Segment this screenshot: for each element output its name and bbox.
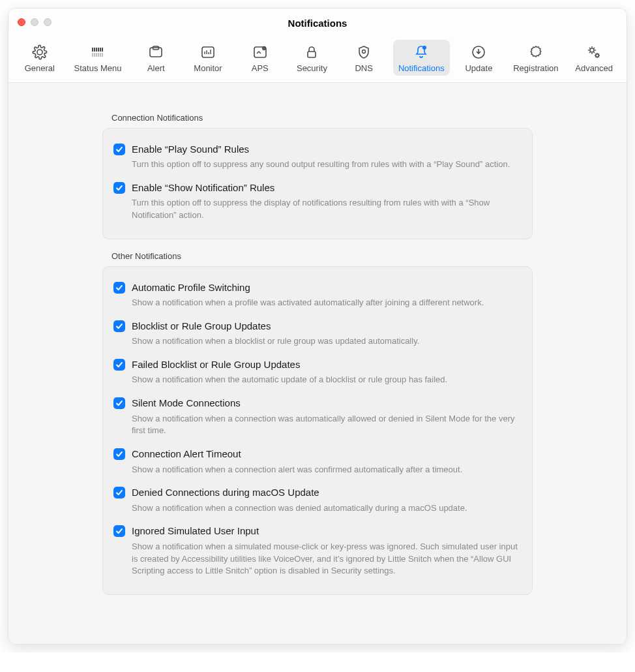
tab-monitor[interactable]: Monitor <box>185 40 231 76</box>
option-row: Blocklist or Rule Group UpdatesShow a no… <box>113 314 519 353</box>
tab-label: Alert <box>147 63 165 73</box>
tab-status-menu[interactable]: Status Menu <box>69 40 127 76</box>
minimize-button[interactable] <box>31 18 38 26</box>
tab-label: DNS <box>355 63 372 73</box>
tab-label: Monitor <box>194 63 222 73</box>
tab-update[interactable]: Update <box>456 40 501 76</box>
checkbox[interactable] <box>113 282 125 294</box>
option-row: Ignored Simulated User InputShow a notif… <box>113 519 519 583</box>
option-description: Show a notification when a connection wa… <box>132 413 519 438</box>
toolbar: GeneralStatus MenuAlertMonitorAPSSecurit… <box>8 37 627 83</box>
window-title: Notifications <box>288 18 347 29</box>
aps-icon <box>251 44 269 61</box>
option-text: Blocklist or Rule Group UpdatesShow a no… <box>132 320 519 348</box>
checkbox[interactable] <box>113 182 125 194</box>
alert-window-icon <box>147 44 165 61</box>
option-description: Turn this option off to suppress any sou… <box>132 159 519 171</box>
tab-label: APS <box>252 63 269 73</box>
titlebar: Notifications <box>8 8 627 37</box>
content: Connection NotificationsEnable “Play Sou… <box>102 113 533 595</box>
option-text: Failed Blocklist or Rule Group UpdatesSh… <box>132 358 519 386</box>
tab-dns[interactable]: DNS <box>341 40 387 76</box>
checkbox[interactable] <box>113 320 125 332</box>
option-title: Connection Alert Timeout <box>132 448 519 461</box>
option-text: Silent Mode ConnectionsShow a notificati… <box>132 397 519 437</box>
option-text: Connection Alert TimeoutShow a notificat… <box>132 448 519 476</box>
option-title: Silent Mode Connections <box>132 397 519 410</box>
option-title: Enable “Show Notification” Rules <box>132 181 519 194</box>
option-title: Enable “Play Sound” Rules <box>132 143 519 156</box>
checkbox[interactable] <box>113 487 125 498</box>
option-row: Silent Mode ConnectionsShow a notificati… <box>113 391 519 442</box>
gear-icon <box>31 44 49 61</box>
body: Connection NotificationsEnable “Play Sou… <box>8 83 627 644</box>
tab-notifications[interactable]: Notifications <box>393 40 450 76</box>
close-button[interactable] <box>18 18 25 26</box>
option-row: Failed Blocklist or Rule Group UpdatesSh… <box>113 353 519 391</box>
tab-registration[interactable]: Registration <box>508 40 563 76</box>
section-card: Automatic Profile SwitchingShow a notifi… <box>102 266 533 595</box>
tab-security[interactable]: Security <box>289 40 334 76</box>
tab-label: Registration <box>513 63 558 73</box>
tab-general[interactable]: General <box>17 40 63 76</box>
tab-label: Notifications <box>398 63 445 73</box>
checkbox[interactable] <box>113 359 125 371</box>
gears-icon <box>585 44 603 61</box>
option-row: Denied Connections during macOS UpdateSh… <box>113 481 519 519</box>
monitor-icon <box>199 44 217 61</box>
shield-icon <box>355 44 373 61</box>
checkbox[interactable] <box>113 144 125 155</box>
option-description: Show a notification when a profile was a… <box>132 297 519 309</box>
tab-label: Advanced <box>575 63 613 73</box>
section-label: Other Notifications <box>111 251 533 261</box>
tab-label: Status Menu <box>74 63 122 73</box>
bell-icon <box>412 44 430 61</box>
traffic-lights <box>18 18 52 26</box>
tab-label: Update <box>465 63 492 73</box>
option-description: Show a notification when the automatic u… <box>132 374 519 386</box>
option-title: Failed Blocklist or Rule Group Updates <box>132 358 519 371</box>
download-icon <box>469 44 488 61</box>
tab-advanced[interactable]: Advanced <box>570 40 618 76</box>
tab-alert[interactable]: Alert <box>133 40 179 76</box>
bars-icon <box>89 44 107 61</box>
tab-aps[interactable]: APS <box>237 40 283 76</box>
option-title: Automatic Profile Switching <box>132 281 519 294</box>
option-description: Show a notification when a connection wa… <box>132 502 519 515</box>
option-text: Enable “Play Sound” RulesTurn this optio… <box>132 143 519 171</box>
option-title: Blocklist or Rule Group Updates <box>132 320 519 333</box>
option-text: Automatic Profile SwitchingShow a notifi… <box>132 281 519 309</box>
option-text: Enable “Show Notification” RulesTurn thi… <box>132 181 519 222</box>
option-description: Show a notification when a connection al… <box>132 464 519 476</box>
tab-label: Security <box>297 63 327 73</box>
option-text: Ignored Simulated User InputShow a notif… <box>132 525 519 577</box>
option-title: Ignored Simulated User Input <box>132 525 519 538</box>
option-description: Show a notification when a blocklist or … <box>132 335 519 348</box>
zoom-button[interactable] <box>44 18 52 26</box>
lock-icon <box>303 44 321 61</box>
section-label: Connection Notifications <box>111 113 533 123</box>
option-description: Show a notification when a simulated mou… <box>132 541 519 578</box>
tab-label: General <box>25 63 55 73</box>
preferences-window: Notifications GeneralStatus MenuAlertMon… <box>8 8 627 645</box>
option-row: Enable “Play Sound” RulesTurn this optio… <box>113 138 519 176</box>
checkbox[interactable] <box>113 448 125 460</box>
section-card: Enable “Play Sound” RulesTurn this optio… <box>102 128 533 239</box>
option-row: Enable “Show Notification” RulesTurn thi… <box>113 176 519 227</box>
option-text: Denied Connections during macOS UpdateSh… <box>132 486 519 514</box>
badge-icon <box>527 44 545 61</box>
option-row: Connection Alert TimeoutShow a notificat… <box>113 442 519 481</box>
option-row: Automatic Profile SwitchingShow a notifi… <box>113 276 519 314</box>
option-title: Denied Connections during macOS Update <box>132 486 519 499</box>
checkbox[interactable] <box>113 397 125 409</box>
option-description: Turn this option off to suppress the dis… <box>132 197 519 222</box>
checkbox[interactable] <box>113 525 125 537</box>
